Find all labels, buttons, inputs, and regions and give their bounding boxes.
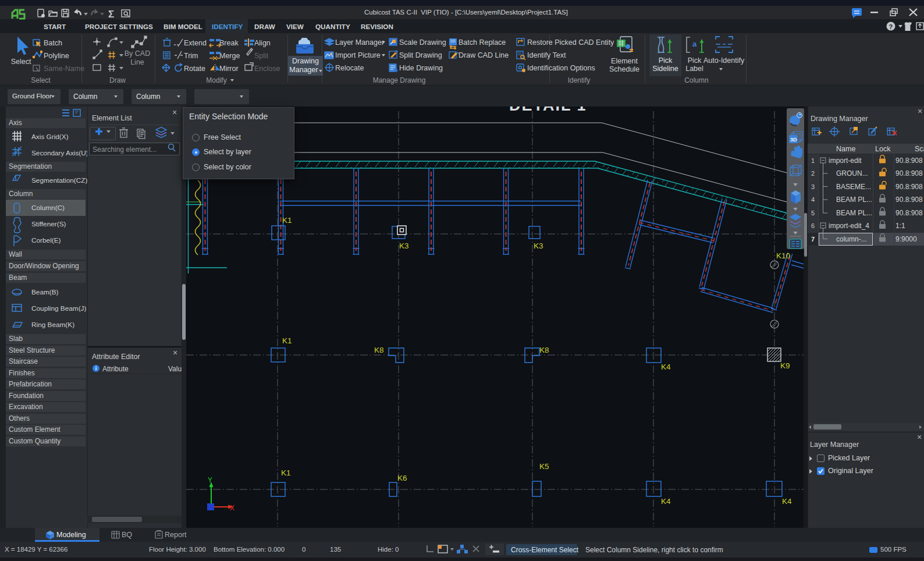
svg-text:K10: K10: [776, 251, 790, 260]
svg-text:K4: K4: [661, 363, 671, 371]
svg-text:K8: K8: [374, 346, 384, 354]
svg-text:2: 2: [811, 170, 815, 177]
svg-text:?: ?: [889, 23, 893, 30]
svg-text:1:1: 1:1: [895, 222, 905, 230]
svg-text:9:9000: 9:9000: [895, 235, 917, 243]
svg-text:90.8:908: 90.8:908: [895, 196, 923, 204]
svg-text:K1: K1: [282, 336, 292, 345]
svg-text:K4: K4: [782, 497, 792, 506]
svg-text:5: 5: [811, 210, 815, 216]
svg-text:a: a: [692, 40, 697, 48]
svg-text:90.8:908: 90.8:908: [895, 169, 923, 177]
svg-text:3: 3: [811, 183, 815, 190]
svg-text:K6: K6: [397, 474, 407, 482]
svg-text:Y: Y: [208, 476, 212, 484]
svg-text:column-...: column-...: [836, 235, 867, 243]
svg-text:K1: K1: [281, 468, 291, 477]
svg-text:K9: K9: [780, 361, 790, 370]
svg-text:DETAIL 1: DETAIL 1: [509, 106, 587, 114]
svg-text:GROUN...: GROUN...: [836, 169, 868, 177]
svg-text:X: X: [230, 504, 234, 512]
svg-text:4: 4: [811, 196, 815, 203]
svg-text:6: 6: [811, 222, 815, 229]
svg-text:K1: K1: [282, 216, 292, 225]
svg-text:K4: K4: [661, 497, 671, 506]
svg-text:Σ: Σ: [108, 9, 114, 20]
svg-text:K5: K5: [539, 462, 549, 471]
svg-text:BASEME...: BASEME...: [836, 183, 871, 191]
svg-text:BEAM PL...: BEAM PL...: [836, 209, 872, 217]
svg-text:K8: K8: [539, 346, 549, 354]
svg-text:import-edit: import-edit: [829, 157, 862, 165]
svg-text:3D: 3D: [790, 137, 797, 143]
svg-text:90.8:908: 90.8:908: [895, 183, 923, 191]
svg-text:BEAM PL...: BEAM PL...: [836, 196, 872, 204]
svg-text:7: 7: [811, 236, 815, 243]
svg-text:K3: K3: [399, 242, 409, 250]
svg-text:90.8:908: 90.8:908: [895, 209, 923, 217]
svg-text:1: 1: [811, 157, 815, 164]
svg-text:K3: K3: [534, 242, 543, 250]
svg-text:90.8:908: 90.8:908: [895, 157, 923, 165]
svg-text:import-edit_4: import-edit_4: [829, 222, 869, 230]
